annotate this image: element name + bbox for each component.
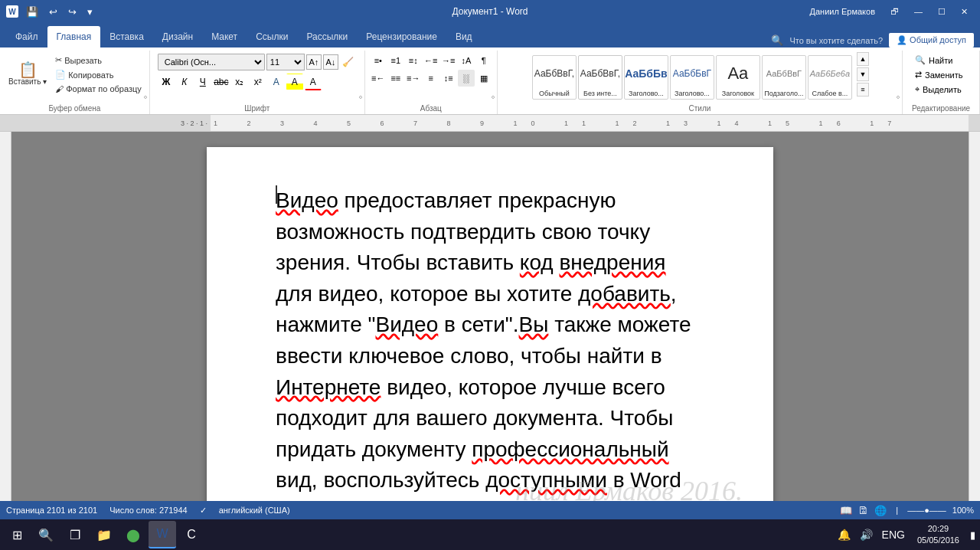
- ribbon-search-hint[interactable]: Что вы хотите сделать?: [789, 36, 883, 45]
- justify-btn[interactable]: ≡: [423, 70, 439, 87]
- word-app-icon: W: [6, 5, 18, 18]
- word-taskbar-btn[interactable]: W: [149, 521, 176, 548]
- styles-expand-icon[interactable]: ⬦: [896, 92, 900, 100]
- minimize-btn[interactable]: —: [908, 0, 929, 23]
- shading-btn[interactable]: ░: [458, 70, 475, 87]
- vertical-scrollbar[interactable]: [969, 132, 980, 501]
- web-layout-btn[interactable]: 🌐: [874, 505, 887, 516]
- highlight-btn[interactable]: A: [286, 74, 303, 90]
- document-page: Видео предоставляет прекрасную возможнос…: [207, 147, 773, 501]
- copy-btn[interactable]: 📄 Копировать: [52, 68, 145, 81]
- show-marks-btn[interactable]: ¶: [475, 52, 492, 69]
- style-title-preview: Aa: [727, 57, 748, 90]
- print-layout-btn[interactable]: 🖺: [858, 505, 868, 516]
- bullets-btn[interactable]: ≡•: [370, 52, 387, 69]
- customize-quick-btn[interactable]: ▾: [84, 5, 96, 19]
- align-right-btn[interactable]: ≡→: [405, 70, 422, 87]
- multilevel-btn[interactable]: ≡↕: [405, 52, 422, 69]
- clipboard-expand-icon[interactable]: ⬦: [143, 92, 148, 100]
- style-subtle[interactable]: АаБ6Бе6а Слабое в...: [808, 55, 852, 100]
- styles-expand-btn[interactable]: ≡: [857, 83, 869, 97]
- tab-mailings[interactable]: Рассылки: [297, 26, 357, 47]
- select-btn[interactable]: ⌖ Выделить: [910, 83, 972, 96]
- tab-review[interactable]: Рецензирование: [357, 26, 446, 47]
- line-spacing-btn[interactable]: ↕≡: [440, 70, 457, 87]
- text-effects-btn[interactable]: A: [268, 74, 285, 90]
- style-no-spacing[interactable]: АаБбВвГ, Без инте...: [578, 55, 622, 100]
- style-h2-label: Заголово...: [675, 90, 710, 97]
- style-normal-preview: АаБбВвГ,: [534, 57, 574, 90]
- find-btn[interactable]: 🔍 Найти: [910, 54, 972, 67]
- superscript-btn[interactable]: x²: [250, 74, 266, 90]
- ribbon-tabs: Файл Главная Вставка Дизайн Макет Ссылки…: [0, 23, 980, 47]
- style-h2[interactable]: АаБбБвГ Заголово...: [670, 55, 714, 100]
- increase-indent-btn[interactable]: →≡: [440, 52, 457, 69]
- italic-btn[interactable]: К: [176, 74, 193, 90]
- start-btn[interactable]: ⊞: [3, 521, 31, 548]
- restore-down-btn[interactable]: 🗗: [884, 0, 905, 23]
- explorer-btn[interactable]: 📁: [90, 521, 118, 548]
- document-area[interactable]: Видео предоставляет прекрасную возможнос…: [0, 132, 980, 501]
- clear-format-btn[interactable]: 🧹: [340, 54, 357, 70]
- paste-btn[interactable]: 📋 Вставить ▾: [5, 52, 51, 95]
- font-expand-icon[interactable]: ⬦: [358, 92, 363, 100]
- styles-label: Стили: [502, 103, 897, 114]
- tab-design[interactable]: Дизайн: [153, 26, 202, 47]
- cut-btn[interactable]: ✂ Вырезать: [52, 54, 145, 67]
- style-subtitle[interactable]: АаБбВвГ Подзаголо...: [762, 55, 806, 100]
- system-clock[interactable]: 20:29 05/05/2016: [911, 523, 965, 547]
- tab-references[interactable]: Ссылки: [247, 26, 297, 47]
- font-size-select[interactable]: 11: [266, 54, 305, 70]
- format-painter-btn[interactable]: 🖌 Формат по образцу: [52, 83, 145, 95]
- replace-btn[interactable]: ⇄ Заменить: [910, 68, 972, 81]
- strikethrough-btn[interactable]: abc: [213, 74, 230, 90]
- align-left-btn[interactable]: ≡←: [370, 70, 387, 87]
- subscript-btn[interactable]: x₂: [231, 74, 248, 90]
- style-h1[interactable]: АаБбБв Заголово...: [624, 55, 668, 100]
- font-size-decrease-btn[interactable]: A↓: [323, 54, 338, 70]
- save-quick-btn[interactable]: 💾: [23, 5, 41, 19]
- decrease-indent-btn[interactable]: ←≡: [423, 52, 439, 69]
- text-embed: внедрения: [559, 250, 665, 274]
- read-mode-btn[interactable]: 📖: [840, 505, 852, 516]
- tab-layout[interactable]: Макет: [202, 26, 247, 47]
- maximize-btn[interactable]: ☐: [932, 0, 952, 23]
- redo-quick-btn[interactable]: ↪: [65, 5, 80, 19]
- tab-view[interactable]: Вид: [446, 26, 482, 47]
- app5-btn[interactable]: C: [178, 521, 205, 548]
- share-btn[interactable]: 👤 Общий доступ: [889, 33, 974, 47]
- font-color-btn[interactable]: A: [305, 74, 322, 90]
- underline-btn[interactable]: Ч: [194, 74, 211, 90]
- proofing-icon[interactable]: ✓: [200, 506, 207, 516]
- tab-home[interactable]: Главная: [47, 26, 101, 47]
- font-size-increase-btn[interactable]: A↑: [306, 54, 322, 70]
- borders-btn[interactable]: ▦: [475, 70, 492, 87]
- align-center-btn[interactable]: ≡≡: [387, 70, 404, 87]
- chrome-btn[interactable]: ⬤: [119, 521, 147, 548]
- show-desktop-btn[interactable]: ▮: [969, 529, 977, 541]
- zoom-slider[interactable]: ——●——: [907, 506, 946, 515]
- style-subtle-preview: АаБ6Бе6а: [810, 57, 850, 90]
- title-bar-right: Даниил Ермаков 🗗 — ☐ ✕: [810, 0, 974, 23]
- undo-quick-btn[interactable]: ↩: [46, 5, 60, 19]
- styles-scroll-up-btn[interactable]: ▲: [857, 52, 869, 66]
- bold-btn[interactable]: Ж: [158, 74, 175, 90]
- tab-insert[interactable]: Вставка: [100, 26, 153, 47]
- sort-btn[interactable]: ↕A: [458, 52, 475, 69]
- font-area: Calibri (Осн... 11 A↑ A↓ 🧹 Ж К Ч a: [155, 52, 360, 92]
- style-title[interactable]: Aa Заголовок: [716, 55, 760, 100]
- ruler-active: 1 2 3 4 5 6 7 8 9 10 11 12 13 14 15 16 1…: [211, 115, 969, 131]
- styles-scroll-down-btn[interactable]: ▼: [857, 67, 869, 81]
- language-status[interactable]: английский (США): [219, 506, 290, 515]
- paragraph-expand-icon[interactable]: ⬦: [491, 92, 495, 100]
- para-row-2: ≡← ≡≡ ≡→ ≡ ↕≡ ░ ▦: [370, 70, 492, 87]
- search-taskbar-btn[interactable]: 🔍: [32, 521, 60, 548]
- numbering-btn[interactable]: ≡1: [387, 52, 404, 69]
- close-btn[interactable]: ✕: [955, 0, 974, 23]
- styles-scroll-buttons: ▲ ▼ ≡: [857, 52, 869, 97]
- style-normal[interactable]: АаБбВвГ, Обычный: [532, 55, 577, 100]
- tab-file[interactable]: Файл: [6, 26, 47, 47]
- task-view-btn[interactable]: ❐: [61, 521, 89, 548]
- document-content[interactable]: Видео предоставляет прекрасную возможнос…: [276, 185, 704, 501]
- font-family-select[interactable]: Calibri (Осн...: [158, 54, 265, 70]
